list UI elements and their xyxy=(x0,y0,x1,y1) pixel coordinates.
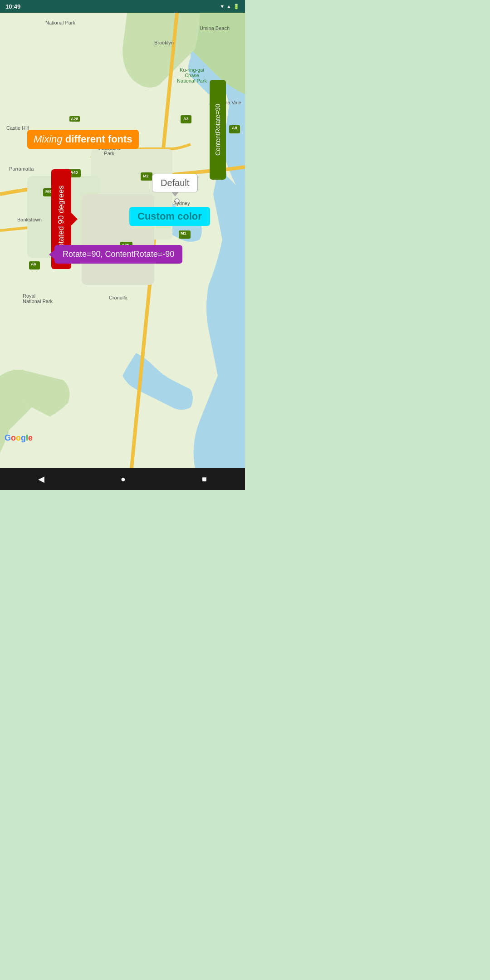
mixing-italic: Mixing xyxy=(34,133,63,145)
google-g2: g xyxy=(21,433,26,442)
google-o2: o xyxy=(16,433,21,442)
google-e: e xyxy=(28,433,33,442)
rotated-90-text: Rotated 90 degrees xyxy=(57,185,66,253)
svg-point-14 xyxy=(175,199,179,203)
status-icons: ▼ ▲ 🔋 xyxy=(220,4,240,10)
label-default[interactable]: Default xyxy=(152,174,198,192)
status-bar: 10:49 ▼ ▲ 🔋 xyxy=(0,0,245,13)
battery-icon: 🔋 xyxy=(233,4,240,10)
wifi-icon: ▼ xyxy=(220,4,225,9)
label-content-rotate[interactable]: ContentRotate=90 xyxy=(210,80,226,180)
google-logo: Google xyxy=(5,433,33,443)
mixing-bold: different fonts xyxy=(63,133,132,145)
default-text: Default xyxy=(161,178,189,188)
home-button[interactable]: ● xyxy=(112,471,135,488)
google-g: G xyxy=(5,433,11,442)
content-rotate-text: ContentRotate=90 xyxy=(214,104,221,156)
recent-button[interactable]: ■ xyxy=(193,471,216,488)
rotate90-text: Rotate=90, ContentRotate=-90 xyxy=(63,250,174,259)
custom-color-text: Custom color xyxy=(137,211,202,222)
status-time: 10:49 xyxy=(5,3,20,10)
svg-rect-12 xyxy=(29,261,40,270)
google-o1: o xyxy=(11,433,16,442)
svg-rect-5 xyxy=(229,125,240,133)
svg-rect-8 xyxy=(141,172,152,181)
signal-icon: ▲ xyxy=(226,4,231,9)
map-background xyxy=(0,13,245,468)
navigation-bar: ◀ ● ■ xyxy=(0,468,245,490)
map-container[interactable]: National Park Umina Beach Brooklyn Ku-ri… xyxy=(0,13,245,468)
label-mixing-fonts[interactable]: Mixing different fonts xyxy=(27,130,139,149)
label-rotate90-content-rotate-minus90[interactable]: Rotate=90, ContentRotate=-90 xyxy=(54,245,182,264)
back-button[interactable]: ◀ xyxy=(29,470,54,488)
label-custom-color[interactable]: Custom color xyxy=(129,207,210,226)
svg-rect-13 xyxy=(179,230,191,239)
svg-rect-4 xyxy=(181,115,191,123)
